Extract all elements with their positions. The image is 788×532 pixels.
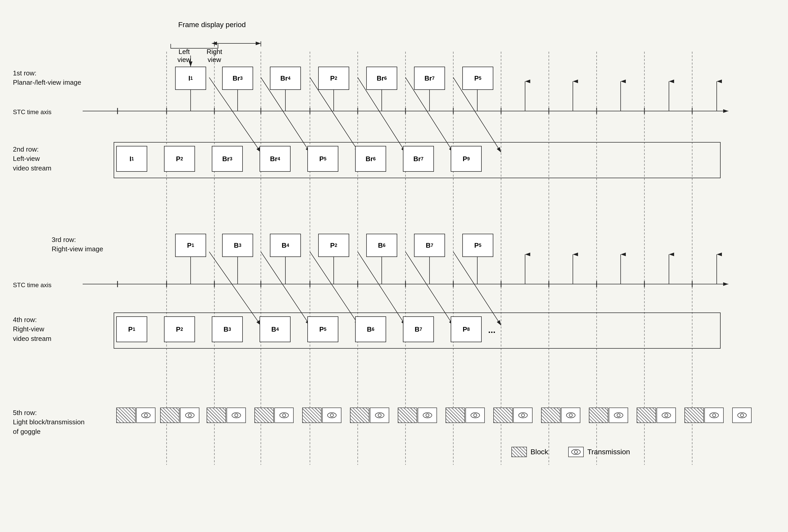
row5-block-7 xyxy=(398,408,417,423)
row3-label: 3rd row: Right-view image xyxy=(52,235,103,254)
row5-transmission-12 xyxy=(656,408,676,423)
row5-block-12 xyxy=(637,408,656,423)
row2-frame-p5: P5 xyxy=(307,146,338,172)
row5-transmission-14 xyxy=(732,408,752,423)
header-label: Frame display period xyxy=(178,21,245,29)
row3-frame-b4: B4 xyxy=(270,234,301,257)
row3-stc-label: STC time axis xyxy=(13,281,52,289)
row1-frame-br7: Br7 xyxy=(414,67,445,90)
row3-frame-p1: P1 xyxy=(175,234,206,257)
row2-frame-br7: Br7 xyxy=(403,146,434,172)
row5-block-3 xyxy=(206,408,226,423)
row1-label: 1st row: Planar-/left-view image xyxy=(13,68,81,87)
row5-transmission-3 xyxy=(226,408,246,423)
row2-frame-br4: Br4 xyxy=(260,146,291,172)
legend-transmission-icon xyxy=(568,447,584,457)
row4-frame-b6: B6 xyxy=(355,316,386,342)
row5-block-5 xyxy=(302,408,321,423)
row2-frame-br6: Br6 xyxy=(355,146,386,172)
row5-block-9 xyxy=(493,408,513,423)
row5-block-8 xyxy=(446,408,465,423)
legend-block: Block xyxy=(511,447,548,457)
legend-block-label: Block xyxy=(531,448,548,456)
row5-transmission-5 xyxy=(322,408,341,423)
row3-frame-b6: B6 xyxy=(366,234,397,257)
row4-frame-b3: B3 xyxy=(212,316,243,342)
row4-frame-p8: P8 xyxy=(451,316,482,342)
row5-transmission-8 xyxy=(466,408,485,423)
row3-frame-p2: P2 xyxy=(318,234,349,257)
row5-transmission-1 xyxy=(136,408,156,423)
row1-frame-br6: Br6 xyxy=(366,67,397,90)
row5-block-1 xyxy=(116,408,136,423)
row3-frame-p5: P5 xyxy=(462,234,493,257)
row1-frame-i1: I1 xyxy=(175,67,206,90)
row5-label: 5th row: Light block/transmission of gog… xyxy=(13,408,84,436)
row5-transmission-2 xyxy=(180,408,199,423)
row5-transmission-7 xyxy=(418,408,437,423)
right-view-label: Right view xyxy=(203,48,226,64)
left-view-label: Left view xyxy=(173,48,196,64)
row2-frame-i1: I1 xyxy=(116,146,147,172)
row2-label: 2nd row: Left-view video stream xyxy=(13,145,52,173)
row2-frame-p9: P9 xyxy=(451,146,482,172)
row4-frame-b4: B4 xyxy=(260,316,291,342)
row4-frame-b7: B7 xyxy=(403,316,434,342)
row1-frame-p5: P5 xyxy=(462,67,493,90)
legend-transmission: Transmission xyxy=(568,447,630,457)
row1-frame-p2: P2 xyxy=(318,67,349,90)
diagram-container: Frame display period Left view Right vie… xyxy=(0,0,788,532)
row5-block-13 xyxy=(685,408,704,423)
row2-frame-p2: P2 xyxy=(164,146,195,172)
row5-transmission-13 xyxy=(704,408,724,423)
row5-transmission-10 xyxy=(561,408,580,423)
row5-block-4 xyxy=(254,408,274,423)
row5-transmission-11 xyxy=(609,408,628,423)
row4-label: 4th row: Right-view video stream xyxy=(13,315,52,343)
row5-transmission-4 xyxy=(274,408,294,423)
row5-block-10 xyxy=(541,408,560,423)
legend-transmission-label: Transmission xyxy=(587,448,630,456)
row1-frame-br4: Br4 xyxy=(270,67,301,90)
row5-transmission-6 xyxy=(370,408,389,423)
row3-frame-b3: B3 xyxy=(222,234,253,257)
row2-frame-br3: Br3 xyxy=(212,146,243,172)
row4-frame-p1: P1 xyxy=(116,316,147,342)
legend-block-icon xyxy=(511,447,527,457)
row5-block-11 xyxy=(589,408,608,423)
row5-transmission-9 xyxy=(513,408,533,423)
row3-frame-b7: B7 xyxy=(414,234,445,257)
row5-block-6 xyxy=(350,408,369,423)
row5-block-2 xyxy=(160,408,179,423)
row4-frame-p5: P5 xyxy=(307,316,338,342)
row4-ellipsis: ... xyxy=(488,325,495,335)
row4-frame-p2: P2 xyxy=(164,316,195,342)
row1-stc-label: STC time axis xyxy=(13,109,52,116)
row1-frame-br3: Br3 xyxy=(222,67,253,90)
